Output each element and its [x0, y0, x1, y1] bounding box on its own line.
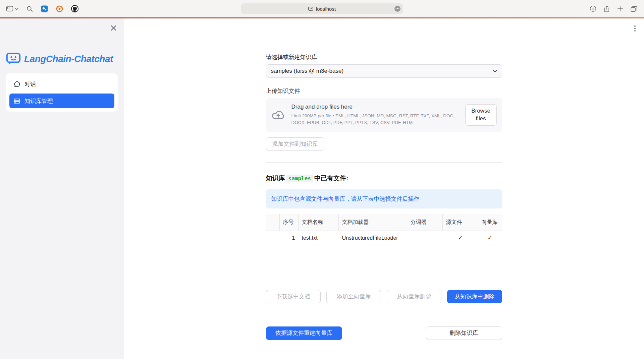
toolbar-right-group [590, 5, 644, 12]
delete-from-kb-button[interactable]: 从知识库中删除 [447, 290, 502, 303]
cell-index: 1 [280, 231, 299, 245]
uploader-texts: Drag and drop files here Limit 200MB per… [291, 104, 459, 126]
browser-toolbar: localhost [0, 0, 644, 17]
table-row[interactable]: 1 test.txt UnstructuredFileLoader ✓ ✓ [266, 231, 502, 245]
uploader-drop-text: Drag and drop files here [291, 104, 459, 110]
sidebar-close-button[interactable] [109, 24, 118, 32]
column-header[interactable]: 文档加载器 [339, 214, 407, 231]
divider [266, 315, 502, 315]
chat-bubble-icon [13, 81, 20, 88]
website-settings-icon[interactable] [394, 5, 401, 12]
logo-chat-icon [6, 53, 21, 65]
share-button[interactable] [604, 5, 610, 12]
remove-from-vector-store-button[interactable]: 从向量库删除 [387, 290, 441, 303]
heading-prefix: 知识库 [266, 175, 285, 182]
toolbar-left-group [0, 5, 78, 12]
extension-icon-blue[interactable] [41, 5, 48, 12]
bottom-actions: 依据源文件重建向量库 删除知识库 [266, 326, 502, 340]
kb-management-icon [13, 98, 20, 105]
app-logo: LangChain-Chatchat [6, 53, 118, 65]
cell-splitter [407, 231, 443, 245]
app-menu-button[interactable] [633, 24, 637, 33]
cell-source-check: ✓ [443, 231, 478, 245]
sidebar: LangChain-Chatchat 对话 知识库管理 [0, 18, 124, 359]
search-button[interactable] [26, 6, 33, 12]
page-content: 请选择或新建知识库: samples (faiss @ m3e-base) 上传… [266, 18, 502, 340]
cell-vector-check: ✓ [478, 231, 502, 245]
kb-files-heading: 知识库samples中已有文件: [266, 174, 502, 183]
cloud-upload-icon [271, 110, 285, 120]
browse-files-button[interactable]: Browse files [465, 104, 497, 126]
download-icon [590, 5, 596, 12]
site-favicon [308, 6, 313, 11]
share-icon [604, 5, 610, 12]
sidebar-toggle-button[interactable] [6, 6, 18, 12]
files-table: 序号 文档名称 文档加载器 分词器 源文件 向量库 1 test.txt Uns… [266, 214, 502, 281]
main-area: 请选择或新建知识库: samples (faiss @ m3e-base) 上传… [124, 18, 644, 362]
close-icon [111, 25, 116, 31]
add-files-button[interactable]: 添加文件到知识库 [266, 137, 324, 151]
chevron-down-icon [493, 70, 497, 72]
add-to-vector-store-button[interactable]: 添加至向量库 [326, 290, 381, 303]
column-header[interactable]: 文档名称 [299, 214, 339, 231]
select-column-header [266, 214, 280, 231]
uploader-limit-text: Limit 200MB per file • EML, HTML, JSON, … [291, 113, 459, 126]
column-header[interactable]: 向量库 [478, 214, 502, 231]
column-header[interactable]: 分词器 [407, 214, 443, 231]
kb-select-label: 请选择或新建知识库: [266, 53, 502, 61]
sidebar-toggle-icon [6, 6, 13, 12]
file-uploader-dropzone[interactable]: Drag and drop files here Limit 200MB per… [266, 98, 502, 132]
address-text: localhost [316, 6, 336, 12]
tab-overview-icon [631, 6, 637, 12]
rebuild-vector-store-button[interactable]: 依据源文件重建向量库 [266, 326, 342, 340]
extension-icon-orange[interactable] [56, 5, 63, 12]
column-header[interactable]: 序号 [280, 214, 299, 231]
logo-text: LangChain-Chatchat [24, 54, 113, 64]
row-select-cell [266, 231, 280, 245]
kb-selectbox[interactable]: samples (faiss @ m3e-base) [266, 64, 502, 78]
cell-doc-name: test.txt [299, 231, 339, 245]
address-bar[interactable]: localhost [241, 3, 403, 14]
tab-overview-button[interactable] [631, 6, 637, 12]
heading-suffix: 中已有文件: [314, 175, 348, 182]
nav-item-kb-management[interactable]: 知识库管理 [9, 94, 114, 108]
github-extension-icon[interactable] [71, 5, 78, 12]
download-selected-button[interactable]: 下载选中文档 [266, 290, 321, 303]
search-icon [26, 6, 33, 12]
nav-item-chat[interactable]: 对话 [9, 77, 114, 92]
kb-selectbox-value: samples (faiss @ m3e-base) [271, 68, 344, 74]
info-banner: 知识库中包含源文件与向量库，请从下表中选择文件后操作 [266, 189, 502, 208]
kb-name-code: samples [286, 175, 313, 182]
plus-icon [617, 6, 623, 12]
table-header-row: 序号 文档名称 文档加载器 分词器 源文件 向量库 [266, 214, 502, 231]
delete-kb-button[interactable]: 删除知识库 [426, 326, 502, 340]
row-actions: 下载选中文档 添加至向量库 从向量库删除 从知识库中删除 [266, 290, 502, 303]
upload-label: 上传知识文件 [266, 87, 502, 95]
new-tab-button[interactable] [617, 6, 623, 12]
cell-loader: UnstructuredFileLoader [339, 231, 407, 245]
chevron-down-icon [15, 8, 18, 10]
sidebar-nav: 对话 知识库管理 [6, 73, 118, 112]
nav-item-label: 知识库管理 [24, 97, 53, 105]
app-window: LangChain-Chatchat 对话 知识库管理 [0, 18, 644, 362]
column-header[interactable]: 源文件 [443, 214, 478, 231]
divider [266, 162, 502, 163]
nav-item-label: 对话 [24, 80, 36, 88]
downloads-button[interactable] [590, 5, 596, 12]
kebab-menu-icon [634, 25, 636, 32]
